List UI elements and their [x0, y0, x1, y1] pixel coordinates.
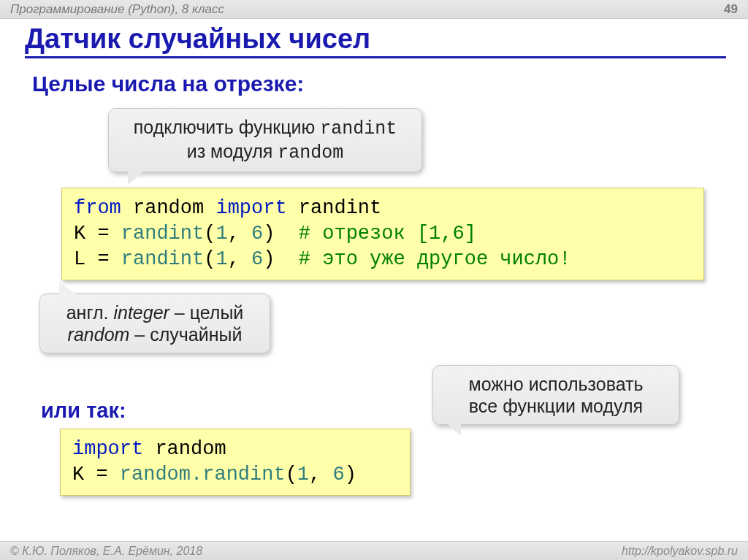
course-title: Программирование (Python), 8 класс: [10, 2, 224, 17]
slide-header: Программирование (Python), 8 класс 49: [0, 0, 748, 19]
copyright: © К.Ю. Поляков, Е.А. Ерёмин, 2018: [10, 545, 202, 558]
callout-all-functions: можно использовать все функции модуля: [432, 365, 679, 425]
page-number: 49: [724, 2, 738, 17]
callout-connect-randint: подключить функцию randint из модуля ran…: [108, 108, 422, 172]
code-block-1: from random import randint K = randint(1…: [61, 188, 704, 280]
or-so-label: или так:: [41, 399, 126, 423]
subtitle: Целые числа на отрезке:: [32, 72, 726, 96]
callout-translation: англ. integer – целый random – случайный: [39, 294, 270, 353]
slide-footer: © К.Ю. Поляков, Е.А. Ерёмин, 2018 http:/…: [0, 541, 748, 560]
slide-title: Датчик случайных чисел: [25, 23, 726, 58]
source-url: http://kpolyakov.spb.ru: [622, 545, 738, 558]
code-block-2: import random K = random.randint(1, 6): [60, 429, 411, 496]
